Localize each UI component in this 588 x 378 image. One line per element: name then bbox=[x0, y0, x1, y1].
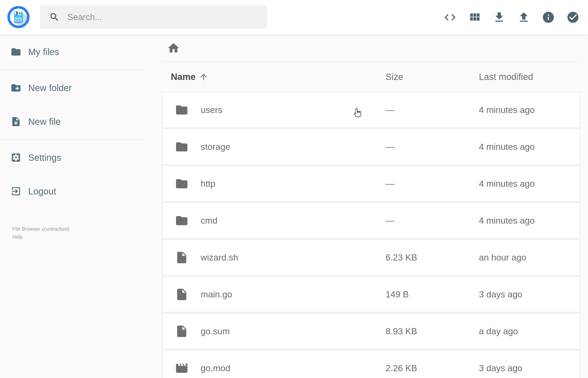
new-file-icon bbox=[11, 116, 21, 127]
file-size: — bbox=[386, 105, 479, 115]
search-input[interactable] bbox=[67, 12, 267, 22]
listing-header: Name Size Last modified bbox=[162, 62, 580, 92]
table-row[interactable]: users — 4 minutes ago bbox=[162, 92, 580, 128]
sidebar-divider bbox=[0, 139, 144, 140]
sidebar-item-logout[interactable]: Logout bbox=[0, 175, 144, 208]
file-size: — bbox=[386, 179, 479, 189]
file-size: 8.93 KB bbox=[386, 326, 479, 336]
top-bar bbox=[0, 0, 588, 35]
folder-icon bbox=[175, 214, 188, 228]
file-list: users — 4 minutes ago storage — 4 minute… bbox=[162, 92, 580, 378]
file-modified: an hour ago bbox=[479, 253, 580, 263]
file-size: — bbox=[386, 216, 479, 226]
movie-icon bbox=[175, 361, 188, 375]
sidebar-item-label: Settings bbox=[28, 153, 61, 163]
file-size: — bbox=[386, 142, 479, 152]
file-icon bbox=[175, 288, 188, 301]
toolbar-actions bbox=[443, 10, 580, 24]
table-row[interactable]: wizard.sh 6.23 KB an hour ago bbox=[162, 239, 580, 276]
home-icon[interactable] bbox=[167, 41, 180, 55]
table-row[interactable]: cmd — 4 minutes ago bbox=[162, 202, 580, 239]
app-version: File Browser v(untracked) bbox=[12, 226, 69, 232]
search-icon bbox=[49, 12, 60, 22]
file-listing-area: Name Size Last modified users — 4 minute… bbox=[162, 35, 580, 378]
file-modified: a day ago bbox=[479, 326, 580, 336]
sidebar: My files New folder New file Settings Lo… bbox=[0, 35, 144, 378]
sidebar-footer: File Browser v(untracked) Help bbox=[12, 225, 69, 241]
settings-icon bbox=[11, 152, 21, 163]
sidebar-item-new-file[interactable]: New file bbox=[0, 105, 144, 138]
file-name: users bbox=[201, 105, 222, 115]
download-icon[interactable] bbox=[492, 10, 506, 24]
sidebar-item-label: New folder bbox=[28, 83, 72, 93]
table-row[interactable]: storage — 4 minutes ago bbox=[162, 129, 580, 165]
file-name: go.mod bbox=[201, 363, 230, 373]
check-circle-icon[interactable] bbox=[566, 10, 580, 24]
file-name: main.go bbox=[201, 289, 232, 299]
file-name: storage bbox=[201, 142, 230, 152]
file-size: 2.26 KB bbox=[386, 363, 479, 373]
search-bar[interactable] bbox=[40, 5, 267, 29]
table-row[interactable]: go.mod 2.26 KB 3 days ago bbox=[162, 350, 580, 378]
table-row[interactable]: main.go 149 B 3 days ago bbox=[162, 276, 580, 312]
file-modified: 4 minutes ago bbox=[479, 216, 580, 226]
folder-icon bbox=[175, 103, 188, 117]
upload-icon[interactable] bbox=[517, 10, 531, 24]
file-name: http bbox=[201, 179, 215, 189]
file-modified: 4 minutes ago bbox=[479, 105, 580, 115]
file-browser-floppy-logo[interactable] bbox=[7, 6, 30, 28]
file-icon bbox=[175, 324, 188, 338]
file-modified: 4 minutes ago bbox=[479, 142, 580, 152]
table-row[interactable]: http — 4 minutes ago bbox=[162, 165, 580, 202]
folder-icon bbox=[11, 46, 21, 57]
arrow-up-icon[interactable] bbox=[199, 72, 208, 82]
file-icon bbox=[175, 251, 188, 264]
breadcrumb bbox=[162, 35, 580, 62]
logout-icon bbox=[11, 186, 21, 197]
new-folder-icon bbox=[11, 82, 21, 93]
sidebar-item-my-files[interactable]: My files bbox=[0, 35, 144, 69]
file-modified: 3 days ago bbox=[479, 289, 580, 299]
file-size: 6.23 KB bbox=[386, 253, 479, 263]
code-icon[interactable] bbox=[443, 10, 457, 24]
sidebar-item-settings[interactable]: Settings bbox=[0, 141, 144, 175]
column-header-name[interactable]: Name bbox=[171, 72, 196, 82]
grid-view-icon[interactable] bbox=[468, 10, 481, 24]
column-header-modified[interactable]: Last modified bbox=[479, 72, 580, 82]
file-name: wizard.sh bbox=[201, 253, 238, 263]
table-row[interactable]: go.sum 8.93 KB a day ago bbox=[162, 313, 580, 349]
folder-icon bbox=[175, 177, 188, 190]
file-modified: 4 minutes ago bbox=[479, 179, 580, 189]
sidebar-item-label: New file bbox=[28, 117, 61, 127]
file-modified: 3 days ago bbox=[479, 363, 580, 373]
column-header-size[interactable]: Size bbox=[386, 72, 479, 82]
file-name: go.sum bbox=[201, 326, 230, 336]
sidebar-item-label: Logout bbox=[28, 186, 56, 197]
file-size: 149 B bbox=[386, 289, 479, 299]
sidebar-item-new-folder[interactable]: New folder bbox=[0, 71, 144, 105]
help-link[interactable]: Help bbox=[12, 233, 23, 241]
sidebar-item-label: My files bbox=[28, 47, 59, 57]
file-name: cmd bbox=[201, 216, 217, 226]
sidebar-divider bbox=[0, 70, 144, 70]
info-icon[interactable] bbox=[542, 10, 555, 24]
folder-icon bbox=[175, 140, 188, 154]
